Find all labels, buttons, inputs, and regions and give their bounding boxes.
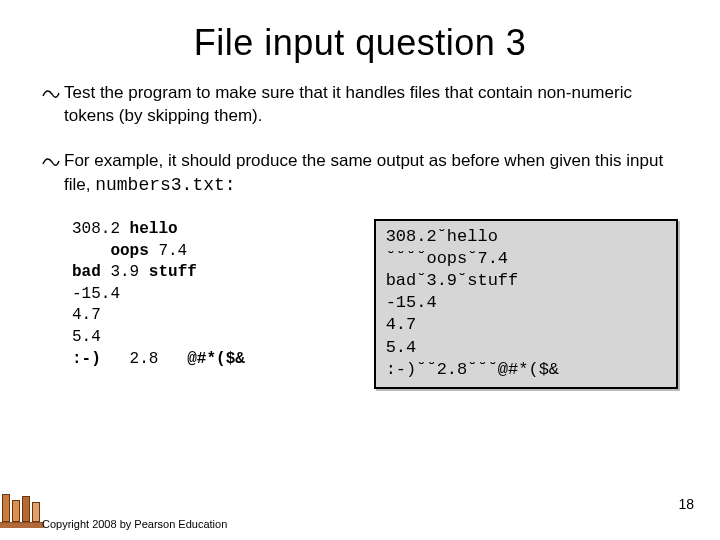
copyright-text: Copyright 2008 by Pearson Education	[42, 518, 227, 530]
code-text: 4.7	[72, 306, 101, 324]
code-bold: bad	[72, 263, 101, 281]
page-number: 18	[678, 496, 694, 512]
code-text: -15.4	[72, 285, 120, 303]
bookshelf-decoration-icon	[0, 490, 44, 528]
code-text: 3.9	[101, 263, 149, 281]
code-text: 5.4	[72, 328, 101, 346]
swirl-bullet-icon	[42, 155, 60, 178]
bullet-2-colon: :	[225, 175, 236, 195]
bullet-1-text: Test the program to make sure that it ha…	[64, 82, 678, 128]
code-bold: stuff	[149, 263, 197, 281]
bullet-2-text: For example, it should produce the same …	[64, 150, 678, 197]
code-bold: hello	[130, 220, 178, 238]
code-text: 7.4	[149, 242, 187, 260]
example-columns: 308.2 hello oops 7.4 bad 3.9 stuff -15.4…	[42, 219, 678, 389]
code-bold: oops	[110, 242, 148, 260]
slide-content: Test the program to make sure that it ha…	[0, 82, 720, 389]
filename-inline: numbers3.txt	[95, 175, 225, 195]
boxed-code-column: 308.2˘hello ˘˘˘˘oops˘7.4 bad˘3.9˘stuff -…	[374, 219, 678, 389]
bullet-2: For example, it should produce the same …	[42, 150, 678, 197]
code-bold: @#*($&	[187, 350, 245, 368]
swirl-bullet-icon	[42, 87, 60, 110]
code-text: 2.8	[101, 350, 187, 368]
code-bold: :-)	[72, 350, 101, 368]
code-box: 308.2˘hello ˘˘˘˘oops˘7.4 bad˘3.9˘stuff -…	[374, 219, 678, 389]
code-text: 308.2	[72, 220, 130, 238]
slide-title: File input question 3	[0, 0, 720, 82]
code-text	[72, 242, 110, 260]
bullet-1: Test the program to make sure that it ha…	[42, 82, 678, 128]
plain-code-block: 308.2 hello oops 7.4 bad 3.9 stuff -15.4…	[42, 219, 354, 389]
